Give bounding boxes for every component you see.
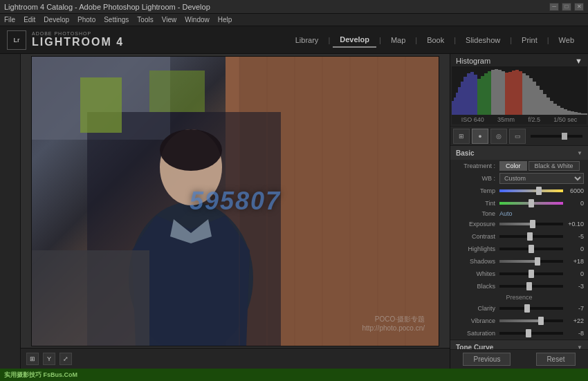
titlebar-buttons: ─ □ ✕: [549, 3, 584, 11]
redeye-tool[interactable]: ◎: [490, 129, 507, 144]
flag-icon[interactable]: Y: [43, 353, 55, 365]
svg-rect-52: [567, 111, 571, 115]
previous-button[interactable]: Previous: [463, 353, 511, 366]
vibrance-value: +22: [563, 317, 584, 324]
menu-file[interactable]: File: [4, 16, 15, 24]
svg-rect-44: [540, 90, 543, 115]
svg-rect-45: [543, 94, 546, 115]
photo-bottom: ⊞ Y ⤢: [21, 348, 450, 369]
exposure-value: +0.10: [563, 221, 584, 227]
watermark-line1: POCO·摄影专题: [362, 315, 425, 324]
right-bottom-buttons: Previous Reset: [450, 349, 588, 369]
healing-tool[interactable]: ●: [472, 129, 488, 144]
saturation-value: -8: [563, 330, 584, 337]
minimize-button[interactable]: ─: [549, 3, 559, 11]
basic-panel-title: Basic: [456, 149, 475, 157]
menubar: File Edit Develop Photo Settings Tools V…: [0, 14, 588, 26]
tab-slideshow[interactable]: Slideshow: [459, 33, 507, 47]
histogram-section: Histogram ▼: [450, 54, 588, 127]
exposure-label: Exposure: [454, 221, 499, 227]
wb-select[interactable]: Custom: [499, 173, 584, 184]
photo-watermark: POCO·摄影专题 http://photo.poco.cn/: [362, 315, 425, 332]
histogram-triangle: ▼: [575, 57, 582, 65]
svg-rect-56: [581, 113, 585, 115]
svg-rect-57: [585, 113, 587, 115]
menu-settings[interactable]: Settings: [104, 16, 129, 24]
bottom-bar: 实用摄影技巧 FsBus.CoM: [0, 369, 588, 381]
reset-button[interactable]: Reset: [536, 353, 575, 366]
temp-thumb: [536, 187, 542, 195]
basic-panel-header[interactable]: Basic ▼: [450, 146, 588, 160]
panels-scroll[interactable]: Basic ▼ Treatment : Color Black & White …: [450, 146, 588, 349]
svg-rect-22: [463, 77, 467, 115]
tab-map[interactable]: Map: [384, 33, 412, 47]
shadows-slider[interactable]: [499, 260, 563, 263]
contrast-row: Contrast -5: [450, 230, 588, 243]
auto-button[interactable]: Auto: [499, 210, 513, 217]
titlebar-text: Lightroom 4 Catalog - Adobe Photoshop Li…: [4, 3, 210, 11]
whites-slider[interactable]: [499, 272, 563, 275]
svg-rect-39: [522, 73, 526, 115]
treatment-row: Treatment : Color Black & White: [450, 160, 588, 172]
saturation-slider[interactable]: [499, 332, 563, 335]
menu-edit[interactable]: Edit: [24, 16, 35, 24]
tab-print[interactable]: Print: [515, 33, 544, 47]
lr-badge: Lr: [7, 30, 26, 50]
wb-label: WB :: [454, 175, 499, 182]
photo-overlay-text: 595807: [190, 187, 281, 216]
highlights-value: 0: [563, 245, 584, 252]
blacks-slider[interactable]: [499, 285, 563, 288]
photo-area: 595807 POCO·摄影专题 http://photo.poco.cn/ ⊞…: [21, 54, 450, 369]
tint-slider[interactable]: [499, 202, 563, 205]
svg-rect-30: [491, 70, 495, 115]
view-icon[interactable]: ⊞: [26, 353, 39, 365]
tab-develop[interactable]: Develop: [333, 32, 376, 48]
close-button[interactable]: ✕: [574, 3, 584, 11]
bw-button[interactable]: Black & White: [529, 161, 580, 171]
logo-area: Lr ADOBE PHOTOSHOP LIGHTROOM 4: [7, 30, 124, 50]
temp-slider[interactable]: [499, 189, 563, 192]
color-button[interactable]: Color: [499, 161, 527, 171]
menu-view[interactable]: View: [162, 16, 177, 24]
tint-row: Tint 0: [450, 197, 588, 210]
tool-slider[interactable]: [531, 135, 582, 138]
tone-curve-header[interactable]: Tone Curve ▼: [450, 340, 588, 349]
camera-info: ISO 640 35mm f/2.5 1/50 sec: [452, 115, 587, 124]
contrast-label: Contrast: [454, 233, 499, 240]
histogram-header: Histogram ▼: [452, 55, 587, 66]
svg-rect-18: [454, 97, 456, 115]
shadows-thumb: [535, 257, 540, 266]
histogram-title: Histogram: [456, 57, 490, 65]
clarity-slider[interactable]: [499, 307, 563, 310]
menu-tools[interactable]: Tools: [137, 16, 153, 24]
exposure-slider[interactable]: [499, 223, 563, 225]
whites-row: Whites 0: [450, 268, 588, 280]
blacks-row: Blacks -3: [450, 280, 588, 292]
svg-rect-55: [578, 113, 581, 115]
saturation-label: Saturation: [454, 330, 499, 337]
svg-point-6: [160, 129, 222, 171]
menu-help[interactable]: Help: [218, 16, 232, 24]
highlights-slider[interactable]: [499, 248, 563, 250]
svg-rect-25: [474, 75, 477, 115]
crop-tool[interactable]: ⊞: [453, 129, 470, 144]
tab-library[interactable]: Library: [288, 33, 326, 47]
menu-photo[interactable]: Photo: [77, 16, 95, 24]
tab-book[interactable]: Book: [420, 33, 451, 47]
menu-window[interactable]: Window: [185, 16, 210, 24]
svg-rect-37: [515, 70, 519, 115]
clarity-row: Clarity -7: [450, 302, 588, 315]
photo-content: 595807 POCO·摄影专题 http://photo.poco.cn/: [32, 57, 439, 346]
maximize-button[interactable]: □: [562, 3, 571, 11]
content: 595807 POCO·摄影专题 http://photo.poco.cn/ ⊞…: [0, 54, 588, 369]
tint-thumb: [529, 199, 534, 207]
menu-develop[interactable]: Develop: [44, 16, 69, 24]
contrast-slider[interactable]: [499, 235, 563, 238]
tone-label: Tone: [454, 210, 499, 217]
vibrance-slider[interactable]: [499, 319, 563, 322]
svg-rect-24: [470, 72, 474, 115]
tab-web[interactable]: Web: [552, 33, 581, 47]
svg-rect-54: [574, 112, 578, 115]
zoom-icon[interactable]: ⤢: [59, 353, 72, 365]
gradient-tool[interactable]: ▭: [509, 129, 526, 144]
